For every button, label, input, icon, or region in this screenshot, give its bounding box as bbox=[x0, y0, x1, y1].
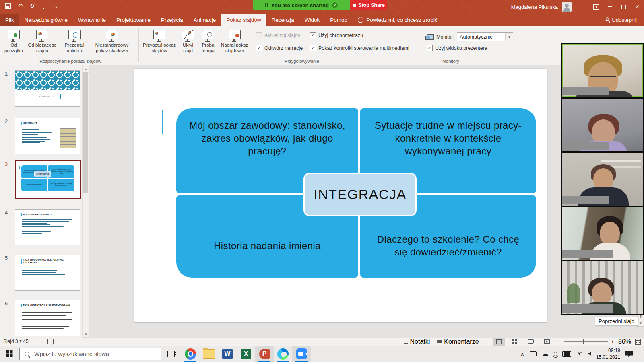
powerpoint-icon: P bbox=[259, 349, 270, 359]
close-button[interactable]: × bbox=[630, 0, 644, 14]
tab-przejscia[interactable]: Przejścia bbox=[156, 14, 188, 26]
taskbar-app-chrome[interactable] bbox=[181, 346, 200, 362]
undo-icon[interactable]: ↶ bbox=[16, 2, 24, 10]
battery-icon[interactable] bbox=[562, 351, 571, 357]
tab-recenzja[interactable]: Recenzja bbox=[266, 14, 299, 26]
tab-widok[interactable]: Widok bbox=[299, 14, 325, 26]
clock-date: 15.01.2021 bbox=[596, 354, 620, 360]
slide-thumbnail-2[interactable]: KONTRAKT bbox=[15, 118, 80, 154]
user-avatar[interactable] bbox=[562, 2, 572, 12]
spellcheck-icon[interactable] bbox=[47, 339, 54, 344]
taskbar-app-explorer[interactable] bbox=[200, 346, 218, 362]
tab-narzedzia-glowne[interactable]: Narzędzia główne bbox=[19, 14, 73, 26]
tab-pokaz-slajdow[interactable]: Pokaz slajdów bbox=[221, 14, 266, 26]
group-separator bbox=[421, 28, 421, 62]
proba-tempa-button[interactable]: Próba tempa bbox=[199, 28, 217, 60]
monitor-select[interactable]: Automatycznie ▾ bbox=[457, 32, 513, 41]
notes-button[interactable]: Notatki bbox=[402, 338, 432, 346]
stop-share-button[interactable]: Stop Share bbox=[350, 0, 387, 10]
slide-accent-bar[interactable] bbox=[162, 110, 163, 134]
thumb3-diagram: Mój obszar zawodowy: stanowisko, zakres … bbox=[21, 165, 74, 191]
checkbox-uzyj-chronometrazu[interactable]: ✓ Użyj chronometrażu bbox=[310, 32, 363, 38]
zoom-slider[interactable] bbox=[564, 341, 608, 342]
video-tile[interactable] bbox=[562, 207, 643, 260]
video-tile-active-speaker[interactable] bbox=[562, 44, 643, 97]
ribbon-display-options-icon[interactable] bbox=[589, 0, 603, 14]
file-explorer-icon bbox=[203, 349, 215, 359]
zoom-level[interactable]: 86% bbox=[618, 338, 631, 346]
minimize-button[interactable] bbox=[603, 0, 617, 14]
tab-plik[interactable]: Plik bbox=[0, 14, 19, 26]
taskbar-clock[interactable]: 09:19 15.01.2021 bbox=[596, 347, 620, 360]
security-shield-icon[interactable]: ✓ bbox=[332, 2, 338, 8]
prezentuj-online-button[interactable]: Prezentuj online ▾ bbox=[61, 28, 88, 60]
zoom-slider-thumb[interactable] bbox=[583, 339, 584, 344]
dropdown-arrow-icon[interactable]: ▾ bbox=[505, 33, 513, 41]
tell-me-box[interactable]: Powiedz mi, co chcesz zrobić bbox=[352, 14, 443, 26]
start-slideshow-icon[interactable] bbox=[40, 2, 48, 10]
pause-share-icon[interactable] bbox=[265, 3, 268, 7]
przygotuj-pokaz-button[interactable]: Przygotuj pokaz slajdów bbox=[142, 28, 177, 60]
notification-center-icon[interactable]: 4 bbox=[625, 351, 633, 357]
integracja-center-shape[interactable]: INTEGRACJA bbox=[303, 173, 417, 216]
slide-sorter-view-button[interactable] bbox=[509, 338, 521, 346]
checkbox-pokaz-kontrolki[interactable]: ✓ Pokaż kontrolki sterowania multimediam… bbox=[310, 45, 409, 51]
nagraj-pokaz-button[interactable]: Nagraj pokaz slajdów ▾ bbox=[219, 28, 250, 60]
comments-button[interactable]: Komentarze bbox=[436, 338, 480, 346]
slideshow-current-icon bbox=[36, 30, 48, 39]
tab-pomoc[interactable]: Pomoc bbox=[325, 14, 352, 26]
custom-show-icon bbox=[106, 30, 118, 39]
share-button[interactable]: Udostępnij bbox=[597, 14, 644, 26]
video-tile[interactable] bbox=[562, 99, 643, 151]
edge-icon bbox=[277, 348, 289, 360]
ukryj-slajd-button[interactable]: Ukryj slajd bbox=[179, 28, 197, 60]
scrollbar-thumb[interactable] bbox=[83, 72, 88, 193]
taskbar-app-zoom[interactable] bbox=[292, 346, 311, 362]
slide-thumbnail-5[interactable]: FAZY BUDOWANIA ZESPOŁU WG TUCKMANA bbox=[15, 255, 80, 291]
od-biezacego-slajdu-button[interactable]: Od bieżącego slajdu bbox=[25, 28, 60, 60]
onedrive-cloud-icon[interactable]: ☁ bbox=[542, 350, 549, 358]
participant-head bbox=[600, 222, 620, 245]
tab-wstawianie[interactable]: Wstawianie bbox=[73, 14, 111, 26]
tab-animacje[interactable]: Animacje bbox=[188, 14, 221, 26]
tab-projektowanie[interactable]: Projektowanie bbox=[111, 14, 156, 26]
taskbar-app-edge[interactable] bbox=[274, 346, 292, 362]
video-tile[interactable] bbox=[562, 153, 643, 206]
speaker-icon[interactable] bbox=[588, 352, 591, 356]
slide-canvas[interactable]: Mój obszar zawodowy: stanowisko, zakres … bbox=[134, 69, 547, 323]
customize-toolbar-icon[interactable]: ⌄ bbox=[52, 2, 60, 10]
checkbox-widok-prezentera[interactable]: ✓ Użyj widoku prezentera bbox=[427, 45, 487, 51]
redo-icon[interactable]: ↻ bbox=[28, 2, 36, 10]
start-button[interactable] bbox=[0, 346, 19, 362]
reading-view-button[interactable] bbox=[525, 338, 537, 346]
tray-chevron-icon[interactable]: ∧ bbox=[520, 351, 524, 357]
slideshow-view-button[interactable] bbox=[541, 338, 553, 346]
next-slide-button[interactable]: ▼ bbox=[637, 320, 644, 327]
group-label-rozpoczynanie: Rozpoczynanie pokazu slajdów bbox=[24, 59, 117, 64]
scroll-down-button[interactable]: ▼ bbox=[83, 331, 89, 338]
taskbar-app-powerpoint[interactable]: P bbox=[255, 346, 274, 362]
thumb1-title: KOMUNIKACJA bbox=[39, 96, 55, 98]
slide-thumbnail-1[interactable]: KOMUNIKACJA bbox=[15, 70, 80, 107]
zoom-in-button[interactable]: + bbox=[611, 339, 614, 345]
task-view-button[interactable] bbox=[163, 346, 180, 362]
video-tile[interactable] bbox=[562, 261, 643, 314]
search-input[interactable] bbox=[33, 350, 156, 358]
niestandardowy-pokaz-button[interactable]: Niestandardowy pokaz slajdów ▾ bbox=[89, 28, 134, 60]
od-poczatku-button[interactable]: Od początku bbox=[3, 28, 24, 60]
zoom-out-button[interactable]: − bbox=[557, 339, 560, 345]
save-icon[interactable] bbox=[4, 2, 12, 10]
taskbar-app-word[interactable]: W bbox=[218, 346, 237, 362]
microphone-icon[interactable] bbox=[554, 352, 557, 356]
slide-thumbnail-3-selected[interactable]: Mój obszar zawodowy: stanowisko, zakres … bbox=[15, 160, 81, 199]
fit-slide-to-window-icon[interactable] bbox=[635, 339, 641, 345]
taskbar-search[interactable] bbox=[19, 348, 161, 360]
slide-thumbnail-4[interactable]: BUDOWANIE ZESPOŁU bbox=[15, 209, 80, 245]
checkbox-odtworz-narracje[interactable]: ✓ Odtwórz narrację bbox=[256, 45, 303, 51]
normal-view-button[interactable] bbox=[493, 338, 505, 346]
screen-cast-icon[interactable] bbox=[530, 351, 537, 356]
restore-button[interactable] bbox=[617, 0, 630, 14]
wifi-icon[interactable] bbox=[576, 352, 583, 356]
slide-thumbnail-6[interactable]: FAZA ORIENTACJI LUB FORMOWANIA bbox=[15, 300, 80, 336]
taskbar-app-excel[interactable]: X bbox=[237, 346, 255, 362]
